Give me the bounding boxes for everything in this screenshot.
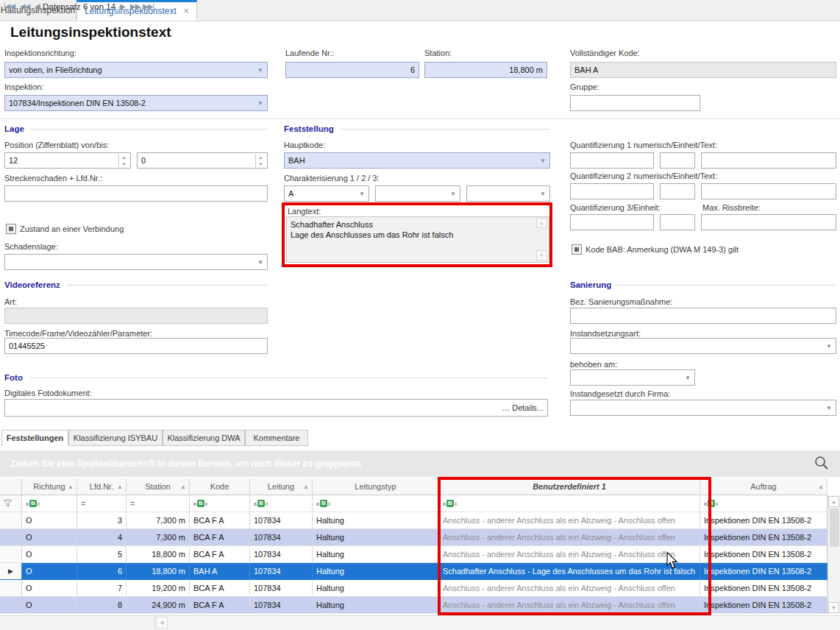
station-field[interactable]: 18,800 m [424,62,547,78]
cell-station[interactable]: 18,800 m [127,563,190,580]
hauptkode-combobox[interactable]: BAH ▼ [284,152,550,169]
firma-combobox[interactable]: ▼ [570,400,836,416]
cell-lfdnr[interactable]: 6 [77,563,127,580]
filter-cell-richtung[interactable]: aBc [22,495,77,512]
cell-leitung[interactable]: 107834 [250,563,313,580]
cell-kode[interactable]: BCA F A [190,546,250,563]
cell-benutzerdefiniert1[interactable]: Schadhafter Anschluss - Lage des Anschlu… [439,563,700,580]
table-row[interactable]: O 7 19,200 m BCA F A 107834 Haltung Ansc… [0,580,827,597]
scroll-down-icon[interactable]: ▼ [828,602,839,613]
quant1-text-field[interactable] [701,152,836,169]
cell-auftrag[interactable]: Inspektionen DIN EN 13508-2 [700,580,827,597]
vertical-scrollbar[interactable] [827,495,840,614]
cell-leitung[interactable]: 107834 [250,512,313,529]
cell-station[interactable]: 7,300 m [127,512,190,529]
cell-leitungstyp[interactable]: Haltung [313,580,439,597]
cell-lfdnr[interactable]: 7 [77,580,127,597]
cell-leitungstyp[interactable]: Haltung [313,529,439,546]
column-header-station[interactable]: Station▲ [127,478,190,495]
charakterisierung-2-combobox[interactable]: ▼ [375,185,460,202]
zustand-verbindung-checkbox[interactable] [6,224,16,234]
close-icon[interactable]: × [184,7,189,15]
rissbreite-field[interactable] [701,214,836,230]
inspektion-combobox[interactable]: 107834/Inspektionen DIN EN 13508-2 ▼ [4,95,268,111]
behoben-am-combobox[interactable]: ▼ [570,369,695,386]
cell-leitungstyp[interactable]: Haltung [313,597,439,614]
streckenschaden-field[interactable] [4,185,268,202]
tab-feststellungen[interactable]: Feststellungen [1,430,68,446]
search-icon[interactable] [814,455,830,471]
table-row[interactable]: O 4 7,300 m BCA F A 107834 Haltung Ansch… [0,529,827,546]
horizontal-scrollbar[interactable]: ◀ [154,616,840,629]
cell-station[interactable]: 19,200 m [127,580,190,597]
column-header-lfdnr[interactable]: Lfd.Nr.▲ [77,478,127,495]
scroll-left-icon[interactable]: ◀ [156,617,168,629]
quant2-numerisch-field[interactable] [570,183,654,199]
cell-richtung[interactable]: O [22,529,77,546]
cell-auftrag[interactable]: Inspektionen DIN EN 13508-2 [700,512,827,529]
filter-cell-leitung[interactable]: aBc [250,495,313,512]
instandsetzungsart-combobox[interactable]: ▼ [570,338,836,354]
cell-auftrag[interactable]: Inspektionen DIN EN 13508-2 [700,529,827,546]
tab-kommentare[interactable]: Kommentare [245,430,308,446]
cell-richtung[interactable]: O [22,597,77,614]
column-header-benutzerdefiniert1[interactable]: Benutzerdefiniert 1 [439,478,700,495]
gruppe-field[interactable] [570,95,700,111]
cell-richtung[interactable]: O [22,512,77,529]
charakterisierung-1-combobox[interactable]: A ▼ [284,185,369,202]
table-row[interactable]: O 5 18,800 m BCA F A 107834 Haltung Ansc… [0,546,827,563]
nav-prev-record-button[interactable]: ◀ [35,2,40,10]
bez-sanierung-field[interactable] [570,308,836,324]
fotodokument-field[interactable]: … Details... [4,399,548,417]
cell-leitung[interactable]: 107834 [250,546,313,563]
cell-kode[interactable]: BCA F A [190,597,250,614]
position-von-stepper[interactable]: 12 ▲▼ [4,152,131,169]
cell-kode[interactable]: BAH A [190,563,250,580]
cell-leitungstyp[interactable]: Haltung [313,563,439,580]
position-bis-stepper[interactable]: 0 ▲▼ [137,152,268,169]
cell-leitung[interactable]: 107834 [250,529,313,546]
quant3-einheit-field[interactable] [660,214,695,230]
column-header-richtung[interactable]: Richtung▲ [22,478,77,495]
cell-benutzerdefiniert1[interactable]: Anschluss - anderer Anschluss als ein Ab… [439,512,700,529]
cell-station[interactable]: 24,900 m [127,597,190,614]
timecode-field[interactable]: 01445525 [4,338,268,354]
inspektionsrichtung-combobox[interactable]: von oben, in Fließrichtung ▼ [4,62,268,78]
cell-richtung[interactable]: O [22,563,77,580]
column-header-kode[interactable]: Kode [190,478,250,495]
cell-lfdnr[interactable]: 3 [77,512,127,529]
cell-station[interactable]: 7,300 m [127,529,190,546]
cell-benutzerdefiniert1[interactable]: Anschluss - anderer Anschluss als ein Ab… [439,529,700,546]
cell-leitungstyp[interactable]: Haltung [313,512,439,529]
cell-auftrag[interactable]: Inspektionen DIN EN 13508-2 [700,563,827,580]
tab-klassifizierung-isybau[interactable]: Klassifizierung ISYBAU [68,430,163,446]
scroll-up-icon[interactable]: ▲ [828,496,839,507]
cell-lfdnr[interactable]: 4 [77,529,127,546]
cell-leitung[interactable]: 107834 [250,580,313,597]
quant1-numerisch-field[interactable] [570,152,654,169]
cell-auftrag[interactable]: Inspektionen DIN EN 13508-2 [700,546,827,563]
filter-cell-leitungstyp[interactable]: aBc [313,495,439,512]
filter-cell-lfdnr[interactable]: = [77,495,127,512]
cell-richtung[interactable]: O [22,580,77,597]
filter-cell-auftrag[interactable]: aBc [700,495,827,512]
filter-cell-station[interactable]: = [127,495,190,512]
quant1-einheit-field[interactable] [660,152,695,169]
quant3-numerisch-field[interactable] [570,214,654,230]
cell-leitungstyp[interactable]: Haltung [313,546,439,563]
cell-kode[interactable]: BCA F A [190,512,250,529]
column-header-leitungstyp[interactable]: Leitungstyp [313,478,439,495]
cell-auftrag[interactable]: Inspektionen DIN EN 13508-2 [700,597,827,614]
table-row[interactable]: O 3 7,300 m BCA F A 107834 Haltung Ansch… [0,512,827,529]
cell-lfdnr[interactable]: 8 [77,597,127,614]
nav-next-record-button[interactable]: ▶ [120,2,125,10]
charakterisierung-3-combobox[interactable]: ▼ [466,185,550,202]
cell-benutzerdefiniert1[interactable]: Anschluss - anderer Anschluss als ein Ab… [439,597,700,614]
cell-benutzerdefiniert1[interactable]: Anschluss - anderer Anschluss als ein Ab… [439,546,700,563]
details-button[interactable]: … Details... [502,403,544,412]
quant2-einheit-field[interactable] [660,183,695,199]
cell-richtung[interactable]: O [22,546,77,563]
scroll-up-icon[interactable]: ▲ [536,218,547,228]
column-header-auftrag[interactable]: Auftrag▲ [700,478,827,495]
nav-first-record-button[interactable]: |◀◀ [4,2,15,10]
